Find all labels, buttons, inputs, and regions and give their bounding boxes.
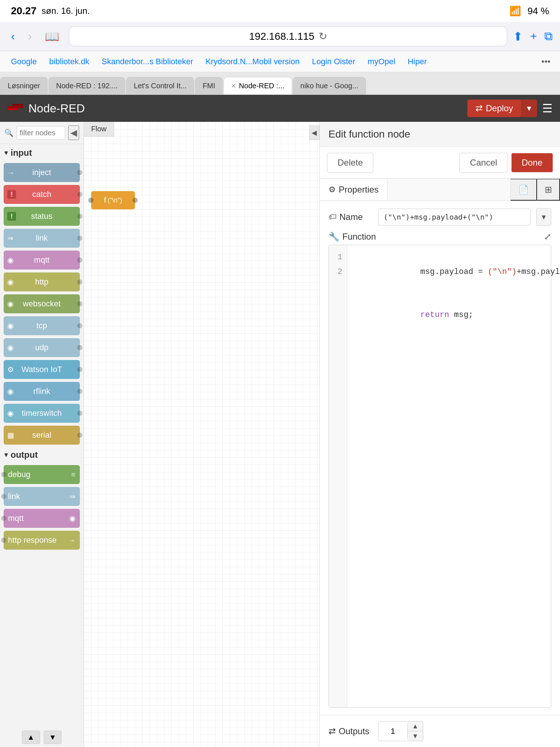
node-http-in[interactable]: ◉ http (4, 272, 80, 291)
node-mqtt-out[interactable]: mqtt ◉ (4, 509, 80, 528)
sidebar-filter-area: 🔍 ◀ (0, 122, 83, 144)
cancel-button[interactable]: Cancel (459, 153, 508, 173)
node-serial-in[interactable]: ▦ serial (4, 426, 80, 445)
nr-menu-button[interactable]: ☰ (542, 101, 553, 115)
node-watson-iot[interactable]: ⚙ Watson IoT (4, 360, 80, 379)
node-http-response-out[interactable]: http response → (4, 531, 80, 550)
flow-tabs: Flow (84, 122, 114, 136)
tab-label: Løsninger (8, 82, 40, 90)
canvas-function-node[interactable]: f ("\n") (91, 191, 135, 209)
port-right (77, 433, 82, 438)
spinner-up-button[interactable]: ▲ (408, 721, 423, 731)
node-link-in[interactable]: ⇒ link (4, 229, 80, 248)
tab-niko[interactable]: niko hue - Goog... (293, 77, 366, 94)
delete-button[interactable]: Delete (327, 153, 373, 173)
bookmark-google[interactable]: Google (6, 55, 42, 69)
watson-icon: ⚙ (7, 365, 14, 374)
websocket-icon: ◉ (7, 299, 13, 308)
http-icon: ◉ (7, 278, 13, 286)
scroll-up-button[interactable]: ▲ (22, 731, 40, 744)
canvas-area[interactable]: Flow ◀ f ("\n") (84, 122, 319, 747)
node-mqtt-in[interactable]: ◉ mqtt (4, 251, 80, 270)
section-header-input[interactable]: ▾ input (0, 144, 83, 162)
name-label-text: Name (339, 212, 363, 222)
deploy-dropdown-button[interactable]: ▼ (521, 100, 537, 117)
section-arrow-output: ▾ (4, 451, 8, 459)
bookmark-myopel[interactable]: myOpel (362, 55, 400, 69)
bookmark-skanderbor[interactable]: Skanderbor...s Biblioteker (97, 55, 198, 69)
catch-icon: ! (7, 190, 16, 199)
spinner-down-button[interactable]: ▼ (408, 731, 423, 741)
status-right: 📶 94 % (509, 5, 549, 17)
address-bar[interactable]: 192.168.1.115 ↻ (69, 26, 507, 46)
name-type-button[interactable]: ▾ (536, 208, 551, 226)
scroll-down-button[interactable]: ▼ (44, 731, 62, 744)
sidebar-collapse-button[interactable]: ◀ (68, 125, 79, 140)
tab-losninger[interactable]: Løsninger (0, 77, 48, 94)
props-tab-icons-right: 📄 ⊞ (510, 179, 560, 201)
tab-nodered-active[interactable]: ✕ Node-RED :... (223, 77, 292, 94)
bookmark-bibliotek[interactable]: bibliotek.dk (44, 55, 94, 69)
port-right (77, 411, 82, 416)
new-tab-button[interactable]: + (530, 30, 537, 43)
reload-button[interactable]: ↻ (319, 30, 327, 42)
node-link-out[interactable]: link ⇒ (4, 487, 80, 506)
bookmarks-button[interactable]: 📖 (41, 28, 63, 45)
node-status[interactable]: ! status (4, 207, 80, 226)
flow-tab-1[interactable]: Flow (84, 122, 114, 136)
node-tcp-in[interactable]: ◉ tcp (4, 316, 80, 335)
tab-close-icon[interactable]: ✕ (231, 82, 236, 89)
section-arrow-input: ▾ (4, 149, 8, 157)
outputs-input[interactable] (378, 724, 408, 739)
code-editor[interactable]: 1 2 msg.payload = ("\n")+msg.payload+("\… (328, 245, 551, 708)
bookmark-krydsord[interactable]: Krydsord.N...Mobil version (201, 55, 305, 69)
wrench-icon: 🔧 (328, 232, 339, 242)
edit-panel: Edit function node Delete Cancel Done ⚙ … (319, 122, 560, 747)
chevron-down-icon: ▾ (542, 212, 546, 222)
name-field-row: 🏷 Name ▾ (328, 208, 551, 226)
tcp-icon: ◉ (7, 321, 13, 330)
info-tab-button[interactable]: 📄 (510, 179, 537, 201)
link-icon: ⇒ (7, 234, 13, 243)
node-catch[interactable]: ! catch (4, 185, 80, 204)
code-content[interactable]: msg.payload = ("\n")+msg.payload+("\n");… (347, 245, 560, 707)
deploy-button[interactable]: ⇄ Deploy (467, 100, 521, 117)
forward-button[interactable]: › (24, 28, 36, 44)
http-response-icon: → (68, 536, 75, 545)
port-right (77, 170, 82, 175)
bookmark-hiper[interactable]: Hiper (402, 55, 432, 69)
node-rflink-in[interactable]: ◉ rflink (4, 382, 80, 401)
section-label-output: output (11, 450, 38, 460)
port-right (77, 214, 82, 219)
browser-actions: ⬆ + ⧉ (513, 30, 553, 43)
share-button[interactable]: ⬆ (513, 30, 523, 43)
tab-properties[interactable]: ⚙ Properties (320, 179, 388, 200)
node-timerswitch-in[interactable]: ◉ timerswitch (4, 404, 80, 423)
back-button[interactable]: ‹ (7, 28, 19, 44)
node-debug-out[interactable]: debug ≡ (4, 465, 80, 484)
tabs-button[interactable]: ⧉ (544, 30, 553, 43)
tab-nodered1[interactable]: Node-RED : 192.... (48, 77, 125, 94)
tab-letscontrol[interactable]: Let's Control It... (126, 77, 194, 94)
sidebar-collapse-button[interactable]: ◀ (309, 125, 319, 140)
bookmark-oister[interactable]: Login Oister (307, 55, 361, 69)
name-input[interactable] (378, 209, 530, 225)
filter-nodes-input[interactable] (16, 126, 65, 140)
port-right (77, 323, 82, 328)
function-expand-button[interactable]: ⤢ (544, 232, 551, 242)
node-inject[interactable]: → inject (4, 163, 80, 182)
node-websocket-in[interactable]: ◉ websocket (4, 294, 80, 313)
node-udp-in[interactable]: ◉ udp (4, 338, 80, 357)
section-header-output[interactable]: ▾ output (0, 446, 83, 464)
done-button[interactable]: Done (512, 153, 553, 172)
bookmark-more[interactable]: ••• (538, 54, 554, 69)
port-left (1, 516, 6, 521)
svg-rect-0 (7, 106, 23, 108)
tab-label: Let's Control It... (134, 82, 187, 90)
serial-icon: ▦ (7, 431, 14, 440)
tab-label: Node-RED : 192.... (56, 82, 118, 90)
layout-tab-button[interactable]: ⊞ (537, 179, 560, 201)
tab-fmi[interactable]: FMI (195, 77, 223, 94)
props-tabs: ⚙ Properties 📄 ⊞ (320, 179, 560, 201)
port-right (77, 279, 82, 285)
